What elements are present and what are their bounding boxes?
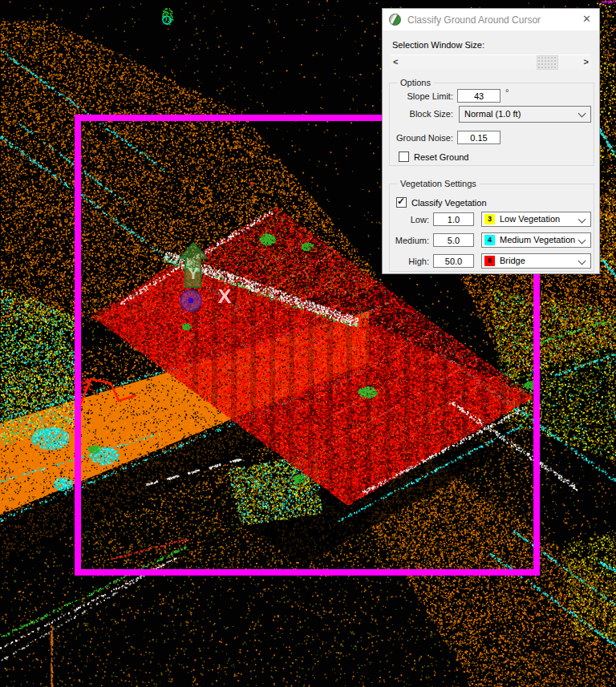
slope-limit-label: Slope Limit: [390, 91, 453, 101]
options-group-label: Options [397, 78, 434, 87]
dialog-title: Classify Ground Around Cursor [407, 14, 541, 26]
reset-ground-checkbox[interactable] [399, 152, 409, 162]
class-color-swatch: 3 [484, 214, 495, 224]
ground-noise-input[interactable] [457, 131, 500, 144]
classify-vegetation-label: Classify Vegetation [411, 198, 487, 208]
class-name: Bridge [500, 256, 525, 265]
low-height-input[interactable] [433, 212, 474, 226]
high-vegetation-row: High: 6 Bridge [390, 254, 594, 270]
classify-vegetation-checkbox[interactable]: ✓ [396, 197, 407, 208]
block-size-label: Block Size: [390, 109, 453, 119]
medium-vegetation-row: Medium: 4 Medium Vegetation [390, 233, 594, 249]
dialog-titlebar[interactable]: Classify Ground Around Cursor ✕ [383, 9, 599, 30]
class-name: Low Vegetation [500, 214, 560, 224]
medium-class-dropdown[interactable]: 4 Medium Vegetation [481, 232, 591, 248]
selection-window-size-scrollbar[interactable]: < > [391, 55, 591, 70]
classify-ground-dialog: Classify Ground Around Cursor ✕ Selectio… [382, 8, 600, 274]
chevron-down-icon [578, 236, 586, 244]
application-window: Y X Classify Ground Around Cursor ✕ Sele… [0, 0, 616, 687]
class-color-swatch: 6 [484, 256, 495, 266]
low-class-dropdown[interactable]: 3 Low Vegetation [481, 212, 591, 227]
medium-label: Medium: [390, 236, 429, 245]
reset-ground-label: Reset Ground [414, 152, 468, 162]
ground-noise-label: Ground Noise: [390, 133, 453, 143]
selection-window-size-label: Selection Window Size: [392, 40, 484, 50]
chevron-down-icon [578, 257, 586, 265]
block-size-value: Normal (1.0 ft) [464, 109, 521, 119]
scroll-left-arrow[interactable]: < [393, 57, 398, 67]
options-group: Options Slope Limit: ° Block Size: Norma… [389, 83, 594, 166]
class-color-swatch: 4 [484, 235, 495, 245]
low-vegetation-row: Low: 3 Low Vegetation [390, 212, 594, 228]
scrollbar-thumb[interactable] [537, 55, 558, 70]
class-name: Medium Vegetation [500, 235, 575, 244]
slope-limit-input[interactable] [457, 89, 500, 103]
vegetation-settings-group: Vegetation Settings ✓ Classify Vegetatio… [389, 184, 594, 272]
degree-unit-label: ° [505, 87, 509, 97]
medium-height-input[interactable] [433, 233, 474, 247]
scroll-right-arrow[interactable]: > [584, 57, 589, 67]
block-size-dropdown[interactable]: Normal (1.0 ft) [459, 106, 591, 123]
high-class-dropdown[interactable]: 6 Bridge [481, 253, 591, 269]
chevron-down-icon [578, 110, 586, 118]
chevron-down-icon [578, 216, 586, 224]
high-label: High: [390, 257, 429, 266]
low-label: Low: [390, 215, 429, 224]
high-height-input[interactable] [433, 254, 474, 268]
vegetation-settings-group-label: Vegetation Settings [397, 179, 480, 188]
terrascan-classify-icon [389, 14, 401, 26]
close-icon[interactable]: ✕ [582, 14, 591, 25]
checkmark-icon: ✓ [397, 196, 405, 207]
